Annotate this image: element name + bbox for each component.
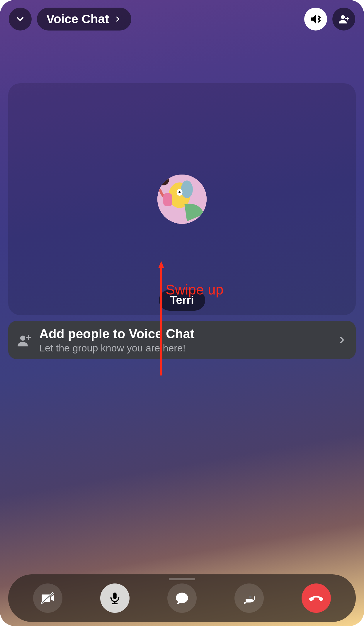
annotation-label: Swipe up xyxy=(166,282,223,298)
avatar xyxy=(157,175,207,224)
header-bar: Voice Chat xyxy=(0,4,364,34)
svg-point-3 xyxy=(181,180,193,198)
svg-rect-13 xyxy=(113,593,117,599)
avatar-image xyxy=(157,175,207,224)
participant-tile[interactable]: Terri xyxy=(8,83,356,315)
header-actions xyxy=(304,8,355,31)
chat-button[interactable] xyxy=(167,583,197,613)
add-user-button[interactable] xyxy=(332,8,355,31)
svg-point-0 xyxy=(341,15,345,19)
person-add-icon xyxy=(17,332,32,348)
call-controls-bar xyxy=(8,574,356,622)
invite-banner[interactable]: Add people to Voice Chat Let the group k… xyxy=(8,321,356,359)
invite-texts: Add people to Voice Chat Let the group k… xyxy=(39,326,337,354)
svg-point-5 xyxy=(178,191,181,193)
invite-subtitle: Let the group know you are here! xyxy=(39,342,337,354)
camera-off-icon xyxy=(40,591,55,605)
chat-bubble-icon xyxy=(175,591,189,605)
minimize-button[interactable] xyxy=(9,8,32,31)
microphone-icon xyxy=(108,591,122,605)
svg-rect-6 xyxy=(163,193,172,206)
person-add-icon xyxy=(338,13,350,25)
audio-output-button[interactable] xyxy=(304,8,327,31)
speaker-bluetooth-icon xyxy=(309,13,322,26)
chevron-right-icon xyxy=(337,335,347,345)
invite-title: Add people to Voice Chat xyxy=(39,326,337,341)
chevron-right-icon xyxy=(114,15,122,23)
mic-toggle-button[interactable] xyxy=(100,583,130,613)
hangup-icon xyxy=(308,590,324,606)
voice-call-screen: Voice Chat xyxy=(0,0,364,626)
channel-name-label: Voice Chat xyxy=(46,12,109,26)
svg-point-16 xyxy=(249,596,251,598)
channel-name-button[interactable]: Voice Chat xyxy=(37,8,131,31)
drag-handle[interactable] xyxy=(169,578,195,580)
end-call-button[interactable] xyxy=(302,583,331,613)
svg-marker-10 xyxy=(158,261,164,268)
annotation-arrow xyxy=(158,261,164,375)
camera-toggle-button[interactable] xyxy=(33,583,62,613)
svg-point-8 xyxy=(20,336,25,341)
chevron-down-icon xyxy=(15,14,25,24)
activities-button[interactable] xyxy=(234,583,264,613)
rocket-icon xyxy=(242,591,256,605)
